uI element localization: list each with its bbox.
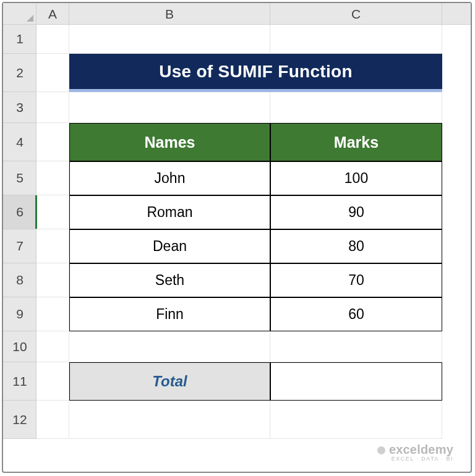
- row-header-column: 123456789101112: [3, 25, 36, 439]
- table-cell-name[interactable]: John: [69, 161, 270, 195]
- watermark: exceldemy EXCEL · DATA · BI: [377, 443, 453, 462]
- title-banner: Use of SUMIF Function: [69, 54, 442, 92]
- row-header-9[interactable]: 9: [3, 297, 36, 331]
- table-cell-mark[interactable]: 80: [270, 229, 442, 263]
- row-header-10[interactable]: 10: [3, 331, 36, 362]
- table-cell-mark[interactable]: 70: [270, 263, 442, 297]
- row-header-6[interactable]: 6: [3, 195, 36, 229]
- table-header-marks: Marks: [270, 123, 442, 161]
- column-header-B[interactable]: B: [69, 3, 270, 25]
- table-cell-name[interactable]: Finn: [69, 297, 270, 331]
- row-header-7[interactable]: 7: [3, 229, 36, 263]
- table-cell-mark[interactable]: 60: [270, 297, 442, 331]
- row-header-5[interactable]: 5: [3, 161, 36, 195]
- table-cell-mark[interactable]: 90: [270, 195, 442, 229]
- cell-grid[interactable]: Use of SUMIF Function Names Marks John10…: [36, 25, 471, 472]
- row-header-4[interactable]: 4: [3, 123, 36, 161]
- table-cell-name[interactable]: Roman: [69, 195, 270, 229]
- row-header-8[interactable]: 8: [3, 263, 36, 297]
- column-header-row: ABC: [36, 3, 471, 25]
- logo-dot-icon: [377, 446, 385, 454]
- row-header-12[interactable]: 12: [3, 401, 36, 439]
- table-cell-mark[interactable]: 100: [270, 161, 442, 195]
- total-value-cell[interactable]: [270, 362, 442, 401]
- table-cell-name[interactable]: Seth: [69, 263, 270, 297]
- row-header-2[interactable]: 2: [3, 54, 36, 92]
- table-cell-name[interactable]: Dean: [69, 229, 270, 263]
- row-header-3[interactable]: 3: [3, 92, 36, 123]
- column-header-C[interactable]: C: [270, 3, 442, 25]
- table-header-names: Names: [69, 123, 270, 161]
- column-header-A[interactable]: A: [36, 3, 69, 25]
- row-header-1[interactable]: 1: [3, 25, 36, 54]
- row-header-11[interactable]: 11: [3, 362, 36, 401]
- spreadsheet-view: ABC 123456789101112 Use of SUMIF Functio…: [2, 2, 472, 473]
- total-label: Total: [69, 362, 270, 401]
- select-all-corner[interactable]: [3, 3, 36, 25]
- watermark-brand: exceldemy: [389, 443, 453, 456]
